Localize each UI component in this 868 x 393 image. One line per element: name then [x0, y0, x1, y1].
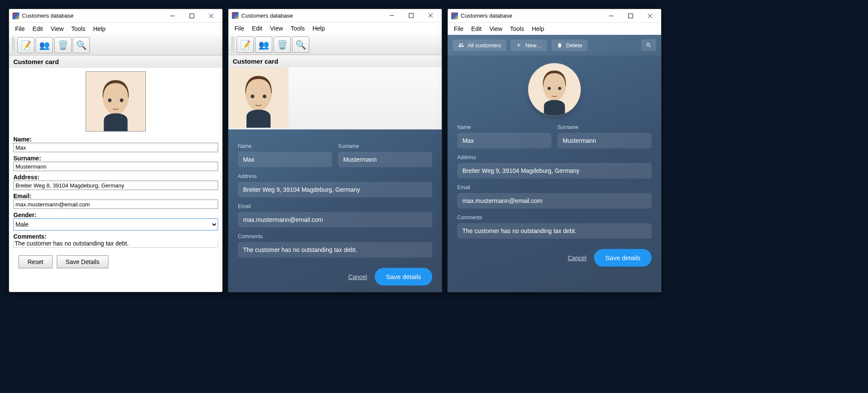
menu-view[interactable]: View	[486, 25, 506, 33]
avatar	[528, 63, 581, 116]
people-icon	[458, 42, 464, 48]
surname-input[interactable]	[13, 162, 218, 171]
minimize-button[interactable]	[382, 9, 401, 22]
menu-file[interactable]: File	[450, 25, 467, 33]
window-title: Customers database	[22, 12, 163, 19]
form: Name Surname Address Email Comments Canc…	[448, 55, 661, 292]
minimize-button[interactable]	[601, 9, 621, 22]
surname-label: Surname	[557, 124, 652, 130]
address-label: Address:	[13, 174, 218, 181]
titlebar: Customers database	[9, 9, 222, 23]
menu-file[interactable]: File	[231, 24, 248, 33]
toolbar: 📝 👥 🗑️ 🔍	[228, 34, 442, 55]
all-customers-label: All customers	[468, 42, 501, 49]
email-input[interactable]	[13, 200, 218, 209]
notepad-icon[interactable]: 📝	[237, 37, 254, 53]
menubar: File Edit View Tools Help	[228, 22, 442, 34]
delete-label: Delete	[566, 42, 582, 49]
hero	[228, 68, 442, 129]
search-icon	[646, 42, 652, 48]
gender-select[interactable]: Male	[13, 218, 218, 230]
svg-rect-4	[190, 14, 194, 18]
surname-input[interactable]	[557, 133, 652, 148]
comments-text: The customer has no outstanding tax debt…	[13, 240, 218, 248]
menu-help[interactable]: Help	[89, 25, 109, 33]
menu-edit[interactable]: Edit	[249, 24, 266, 33]
trash-icon[interactable]: 🗑️	[274, 37, 291, 53]
avatar	[86, 71, 146, 132]
search-icon[interactable]: 🔍	[73, 37, 90, 53]
close-button[interactable]	[640, 9, 659, 22]
app-icon	[451, 12, 458, 19]
name-input[interactable]	[457, 133, 551, 148]
cancel-button[interactable]: Cancel	[348, 273, 367, 280]
close-button[interactable]	[421, 9, 440, 22]
all-customers-button[interactable]: All customers	[453, 40, 506, 51]
app-icon	[12, 12, 19, 19]
address-label: Address	[457, 154, 652, 160]
window-modern: Customers database File Edit View Tools …	[447, 9, 662, 292]
comments-label: Comments:	[13, 233, 218, 240]
section-label: Customer card	[228, 55, 442, 68]
window-hybrid: Customers database File Edit View Tools …	[228, 9, 442, 292]
menubar: File Edit View Tools Help	[448, 23, 661, 35]
menu-help[interactable]: Help	[309, 24, 328, 33]
window-title: Customers database	[241, 12, 382, 19]
comments-input[interactable]	[457, 223, 652, 239]
email-label: Email	[457, 184, 652, 190]
comments-label: Comments	[238, 233, 432, 239]
surname-label: Surname:	[13, 155, 218, 162]
email-input[interactable]	[238, 212, 432, 227]
reset-button[interactable]: Reset	[18, 255, 52, 268]
plus-icon	[516, 42, 522, 48]
menu-tools[interactable]: Tools	[507, 25, 528, 33]
form: Name: Surname: Address: Email: Gender: M…	[9, 68, 222, 272]
search-icon[interactable]: 🔍	[292, 37, 309, 53]
titlebar: Customers database	[448, 9, 661, 23]
maximize-button[interactable]	[621, 9, 640, 22]
people-icon[interactable]: 👥	[36, 37, 53, 53]
window-classic: Customers database File Edit View Tools …	[9, 9, 223, 292]
search-button[interactable]	[641, 39, 656, 51]
toolbar-grip	[231, 37, 234, 53]
email-input[interactable]	[457, 193, 652, 209]
name-input[interactable]	[13, 143, 218, 152]
new-label: New…	[525, 42, 542, 49]
toolbar-grip	[12, 37, 15, 53]
svg-rect-6	[409, 13, 413, 18]
menubar: File Edit View Tools Help	[9, 23, 222, 35]
minimize-button[interactable]	[163, 9, 182, 22]
menu-edit[interactable]: Edit	[468, 25, 485, 33]
cancel-button[interactable]: Cancel	[568, 255, 587, 261]
trash-icon	[557, 42, 563, 48]
maximize-button[interactable]	[182, 9, 201, 22]
address-input[interactable]	[457, 163, 652, 178]
save-button[interactable]: Save details	[594, 249, 652, 267]
address-label: Address	[238, 173, 432, 179]
section-label: Customer card	[9, 55, 222, 68]
email-label: Email	[238, 203, 432, 209]
people-icon[interactable]: 👥	[255, 37, 272, 53]
save-button[interactable]: Save details	[375, 268, 432, 286]
email-label: Email:	[13, 193, 218, 200]
menu-help[interactable]: Help	[528, 25, 548, 33]
menu-view[interactable]: View	[267, 24, 286, 33]
menu-edit[interactable]: Edit	[29, 25, 46, 33]
trash-icon[interactable]: 🗑️	[54, 37, 71, 53]
name-input[interactable]	[238, 152, 332, 167]
comments-input[interactable]	[238, 242, 432, 258]
address-input[interactable]	[13, 181, 218, 190]
menu-tools[interactable]: Tools	[287, 24, 308, 33]
close-button[interactable]	[201, 9, 221, 22]
menu-view[interactable]: View	[47, 25, 67, 33]
menu-tools[interactable]: Tools	[68, 25, 89, 33]
window-title: Customers database	[461, 12, 601, 19]
notepad-icon[interactable]: 📝	[17, 37, 34, 53]
delete-button[interactable]: Delete	[551, 40, 588, 51]
address-input[interactable]	[238, 182, 432, 197]
menu-file[interactable]: File	[12, 25, 28, 33]
surname-input[interactable]	[338, 152, 432, 167]
save-button[interactable]: Save Details	[57, 255, 109, 268]
new-button[interactable]: New…	[511, 40, 547, 51]
maximize-button[interactable]	[401, 9, 421, 22]
